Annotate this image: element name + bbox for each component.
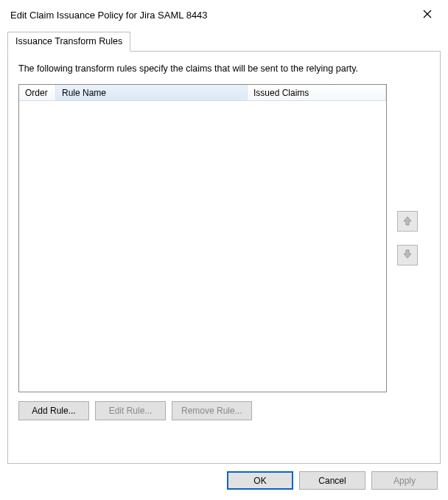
titlebar: Edit Claim Issuance Policy for Jira SAML… <box>0 0 448 28</box>
close-icon <box>423 9 432 21</box>
arrow-up-icon <box>402 215 413 228</box>
rules-list-body <box>19 101 386 392</box>
ok-button[interactable]: OK <box>227 471 293 490</box>
remove-rule-button[interactable]: Remove Rule... <box>172 401 252 420</box>
reorder-buttons <box>387 84 419 392</box>
rules-list[interactable]: Order Rule Name Issued Claims <box>18 84 387 392</box>
window-title: Edit Claim Issuance Policy for Jira SAML… <box>10 10 208 21</box>
cancel-button[interactable]: Cancel <box>299 471 365 490</box>
tab-issuance-transform-rules[interactable]: Issuance Transform Rules <box>7 32 130 52</box>
column-header-rule-name[interactable]: Rule Name <box>56 85 248 100</box>
column-header-order[interactable]: Order <box>19 85 56 100</box>
rules-list-header: Order Rule Name Issued Claims <box>19 85 386 101</box>
rules-area: Order Rule Name Issued Claims <box>18 84 430 392</box>
close-button[interactable] <box>417 6 438 24</box>
move-down-button[interactable] <box>397 245 418 265</box>
arrow-down-icon <box>402 249 413 262</box>
dialog-footer: OK Cancel Apply <box>0 464 448 499</box>
rule-action-buttons: Add Rule... Edit Rule... Remove Rule... <box>18 401 430 420</box>
add-rule-button[interactable]: Add Rule... <box>18 401 89 420</box>
tab-panel: The following transform rules specify th… <box>7 51 441 464</box>
tabstrip: Issuance Transform Rules <box>7 32 441 52</box>
dialog-client: Issuance Transform Rules The following t… <box>0 28 448 464</box>
column-header-issued-claims[interactable]: Issued Claims <box>248 85 386 100</box>
apply-button[interactable]: Apply <box>371 471 438 490</box>
move-up-button[interactable] <box>397 211 418 232</box>
edit-rule-button[interactable]: Edit Rule... <box>95 401 166 420</box>
panel-description: The following transform rules specify th… <box>18 63 430 74</box>
